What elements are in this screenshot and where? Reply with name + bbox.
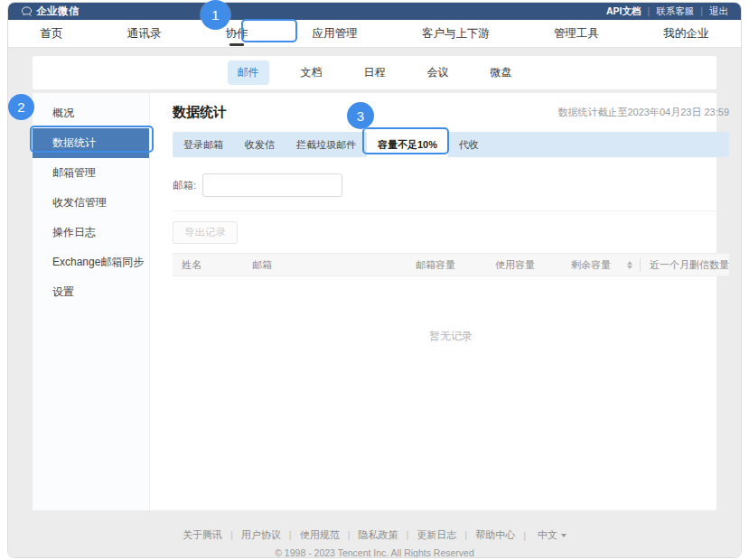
footer-link-changelog[interactable]: 更新日志 [398,528,457,542]
footer-link-usage-rules[interactable]: 使用规范 [281,528,340,542]
chat-bubble-icon [21,5,33,17]
nav-item-admin-tools[interactable]: 管理工具 [548,20,604,47]
filter-tab-low-capacity[interactable]: 容量不足10% [367,132,448,157]
logout-link[interactable]: 退出 [694,5,728,18]
column-header-remaining-capacity: 剩余容量 [562,258,640,272]
sidebar-item-exchange-sync[interactable]: Exchange邮箱同步 [33,247,149,277]
sidebar-item-operation-log[interactable]: 操作日志 [33,218,149,247]
empty-state-text: 暂无记录 [173,329,729,344]
subnav-item-drive[interactable]: 微盘 [481,61,522,85]
footer-link-about-tencent[interactable]: 关于腾讯 [183,528,222,542]
filter-tab-spam-intercept[interactable]: 拦截垃圾邮件 [286,132,367,157]
language-selector[interactable]: 中文 [515,528,566,542]
language-label: 中文 [538,528,557,542]
page-title: 数据统计 [173,104,227,121]
chevron-down-icon [561,534,566,537]
section-divider [173,210,729,211]
subnav-item-mail[interactable]: 邮件 [228,61,269,85]
topbar: 企业微信 API文档 联系客服 退出 [8,3,741,20]
nav-item-collaboration-label: 协作 [226,26,248,42]
nav-item-customers[interactable]: 客户与上下游 [417,20,495,47]
nav-item-home[interactable]: 首页 [35,20,69,47]
contact-support-link[interactable]: 联系客服 [641,5,695,18]
table-header-row: 姓名 邮箱 邮箱容量 使用容量 剩余容量 近一个月删信数量 [173,253,729,276]
sidebar-item-send-receive-management[interactable]: 收发信管理 [33,188,149,218]
content-area: 数据统计 数据统计截止至2023年04月23日 23:59 登录邮箱 收发信 拦… [150,93,738,510]
copyright-text: © 1998 - 2023 Tencent Inc. All Rights Re… [33,547,716,558]
column-header-remaining-capacity-label: 剩余容量 [571,258,611,272]
export-records-button[interactable]: 导出记录 [173,221,238,244]
search-form: 邮箱: [173,173,729,197]
data-cutoff-note: 数据统计截止至2023年04月23日 23:59 [557,106,729,119]
sidebar-item-mailbox-management[interactable]: 邮箱管理 [33,158,149,188]
app-window: 企业微信 API文档 联系客服 退出 首页 通讯录 协作 应用管理 客户与上下游… [7,2,742,558]
content-header: 数据统计 数据统计截止至2023年04月23日 23:59 [173,104,729,121]
sidebar-item-data-statistics[interactable]: 数据统计 [33,128,149,158]
page: 企业微信 API文档 联系客服 退出 首页 通讯录 协作 应用管理 客户与上下游… [0,0,749,560]
sidebar-item-settings[interactable]: 设置 [33,277,149,307]
page-body: 邮件 文档 日程 会议 微盘 概况 数据统计 邮箱管理 收发信管理 操作日志 E… [8,48,741,558]
wecom-logo: 企业微信 [21,5,80,18]
topbar-links: API文档 联系客服 退出 [606,5,728,18]
subnav-item-meeting[interactable]: 会议 [417,61,459,85]
footer-link-help-center[interactable]: 帮助中心 [456,528,515,542]
email-field-label: 邮箱: [173,179,196,192]
column-header-email: 邮箱 [243,258,407,272]
sidebar: 概况 数据统计 邮箱管理 收发信管理 操作日志 Exchange邮箱同步 设置 [33,93,150,510]
nav-item-app-management[interactable]: 应用管理 [307,20,363,47]
footer-link-user-agreement[interactable]: 用户协议 [222,528,281,542]
sidebar-item-overview[interactable]: 概况 [33,98,149,128]
footer: 关于腾讯 用户协议 使用规范 隐私政策 更新日志 帮助中心 中文 © 1998 … [33,528,716,558]
annotation-badge-3: 3 [347,102,374,129]
subnav-item-calendar[interactable]: 日程 [354,61,396,85]
logo-text: 企业微信 [36,5,80,18]
column-header-deleted-last-month: 近一个月删信数量 [640,258,729,272]
email-input[interactable] [202,173,342,197]
column-header-used-capacity: 使用容量 [486,258,562,272]
column-header-name: 姓名 [173,258,243,272]
nav-item-contacts[interactable]: 通讯录 [122,20,167,47]
filter-tab-proxy-receive[interactable]: 代收 [448,132,490,157]
main-navbar: 首页 通讯录 协作 应用管理 客户与上下游 管理工具 我的企业 [8,20,741,48]
filter-tab-send-receive[interactable]: 收发信 [234,132,286,157]
footer-link-privacy-policy[interactable]: 隐私政策 [340,528,398,542]
annotation-badge-1: 1 [201,0,230,30]
footer-links: 关于腾讯 用户协议 使用规范 隐私政策 更新日志 帮助中心 中文 [33,528,716,542]
filter-tab-strip: 登录邮箱 收发信 拦截垃圾邮件 容量不足10% 代收 [173,132,729,157]
active-tab-indicator [229,43,244,46]
main-panel: 概况 数据统计 邮箱管理 收发信管理 操作日志 Exchange邮箱同步 设置 … [33,93,716,510]
subnav-item-docs[interactable]: 文档 [291,61,332,85]
api-docs-link[interactable]: API文档 [606,5,641,18]
column-header-mailbox-capacity: 邮箱容量 [407,258,486,272]
sort-icon[interactable] [627,261,632,269]
nav-item-my-company[interactable]: 我的企业 [658,20,714,47]
filter-tab-login-mailbox[interactable]: 登录邮箱 [173,132,234,157]
annotation-badge-2: 2 [8,94,34,120]
subnav-bar: 邮件 文档 日程 会议 微盘 [33,56,716,89]
